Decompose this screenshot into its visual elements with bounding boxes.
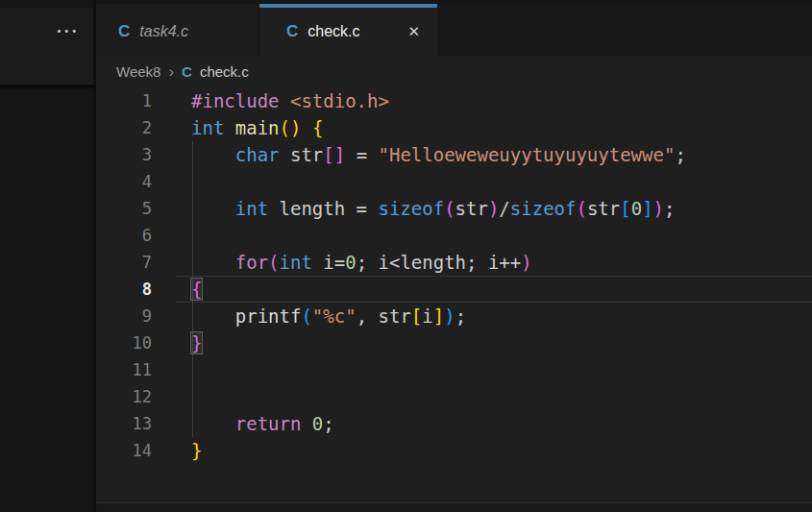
code-token: = (345, 144, 378, 165)
tab-bar: C task4.c C check.c ✕ (96, 4, 812, 56)
c-file-icon: C (118, 22, 130, 41)
code-token (301, 117, 311, 138)
code-line: 1#include <stdio.h> (96, 87, 812, 114)
code-token: return (235, 413, 302, 434)
code-token: ( (444, 198, 455, 219)
code-token: 0 (312, 413, 323, 434)
code-line-text[interactable] (152, 356, 191, 383)
tab-label: check.c (308, 23, 359, 40)
code-token (191, 144, 235, 165)
code-token: printf (235, 305, 302, 327)
code-token: 0 (631, 198, 642, 219)
code-token: ] (642, 198, 652, 219)
code-line: 10} (96, 329, 812, 356)
close-icon[interactable]: ✕ (404, 21, 424, 42)
code-line-text[interactable] (152, 383, 191, 410)
line-number[interactable]: 9 (96, 303, 152, 329)
code-line-text[interactable] (152, 168, 191, 195)
code-token: for (235, 252, 268, 273)
breadcrumb-folder[interactable]: Week8 (116, 63, 160, 80)
code-line-text[interactable]: char str[] = "Helloeweweuyytuyuyuytewwe"… (152, 141, 686, 168)
c-file-icon: C (286, 22, 298, 41)
code-token (224, 117, 234, 138)
code-line: 12 (96, 383, 812, 410)
code-token: i (422, 305, 432, 327)
c-file-icon: C (182, 63, 192, 80)
code-token: } (191, 332, 202, 354)
code-token: sizeof (510, 198, 577, 219)
code-line-text[interactable] (152, 222, 191, 249)
code-token: / (499, 198, 509, 219)
code-token: ; (323, 413, 333, 434)
line-number[interactable]: 12 (96, 383, 152, 410)
code-token: ; i<length; i++ (357, 252, 522, 273)
code-line-text[interactable]: } (152, 437, 202, 464)
code-token: ) (444, 305, 455, 327)
code-token (191, 413, 235, 434)
code-token: ( (301, 305, 311, 327)
code-token: str (455, 198, 488, 219)
code-token: "Helloeweweuyytuyuyuytewwe" (379, 144, 676, 165)
code-line: 5 int length = sizeof(str)/sizeof(str[0]… (96, 195, 812, 222)
code-token: main (235, 117, 280, 138)
code-token: ] (433, 305, 444, 327)
code-line: 8{ (96, 276, 812, 303)
code-line: 13 return 0; (96, 410, 812, 437)
code-lines: 1#include <stdio.h>2int main() {3 char s… (96, 87, 812, 464)
code-token: ; (455, 305, 466, 327)
line-number[interactable]: 7 (96, 249, 152, 276)
code-token: [ (620, 198, 630, 219)
editor-group: C task4.c C check.c ✕ Week8 › C check.c … (96, 0, 812, 512)
line-number[interactable]: 6 (96, 222, 152, 249)
breadcrumb-file[interactable]: check.c (200, 63, 249, 80)
code-token: [] (323, 144, 345, 165)
line-number[interactable]: 11 (96, 356, 152, 383)
line-number[interactable]: 14 (96, 437, 152, 464)
line-number[interactable]: 1 (96, 87, 152, 114)
code-line: 4 (96, 168, 812, 195)
line-number[interactable]: 10 (96, 329, 152, 356)
code-token: int (235, 198, 268, 219)
code-line-text[interactable]: { (152, 276, 202, 303)
tab-task4[interactable]: C task4.c (96, 4, 259, 56)
line-number[interactable]: 4 (96, 168, 152, 195)
left-panel-header: ••• (0, 8, 93, 88)
code-line-text[interactable]: } (152, 329, 202, 356)
code-token: [ (411, 305, 422, 327)
code-line-text[interactable]: int length = sizeof(str)/sizeof(str[0]); (152, 195, 676, 222)
code-line-text[interactable]: #include <stdio.h> (152, 87, 389, 114)
code-token: 0 (345, 252, 356, 273)
code-token: ) (521, 252, 531, 273)
code-token: char (235, 144, 280, 165)
code-line-text[interactable]: for(int i=0; i<length; i++) (152, 249, 532, 276)
code-token (301, 413, 311, 434)
code-token: int (191, 117, 224, 138)
breadcrumb: Week8 › C check.c (96, 56, 812, 86)
code-token: length = (268, 198, 378, 219)
line-number[interactable]: 13 (96, 410, 152, 437)
code-token (280, 90, 290, 111)
line-number[interactable]: 8 (96, 276, 152, 303)
tab-label: task4.c (139, 23, 188, 40)
line-number[interactable]: 2 (96, 114, 152, 141)
line-number[interactable]: 3 (96, 141, 152, 168)
code-token: } (191, 440, 202, 461)
line-number[interactable]: 5 (96, 195, 152, 222)
editor[interactable]: 1#include <stdio.h>2int main() {3 char s… (96, 86, 812, 502)
code-line: 3 char str[] = "Helloeweweuyytuyuyuyteww… (96, 141, 812, 168)
code-token (191, 305, 235, 327)
code-line-text[interactable]: printf("%c", str[i]); (152, 303, 466, 329)
code-line-text[interactable]: return 0; (152, 410, 334, 437)
code-line: 2int main() { (96, 114, 812, 141)
code-token (191, 198, 235, 219)
chevron-right-icon: › (168, 63, 174, 80)
code-token: ) (653, 198, 664, 219)
panel-edge (96, 502, 812, 512)
tab-check[interactable]: C check.c ✕ (259, 4, 437, 56)
code-token: "%c" (312, 305, 357, 327)
code-token: () (280, 117, 302, 138)
code-line-text[interactable]: int main() { (152, 114, 323, 141)
more-actions-icon[interactable]: ••• (57, 25, 80, 37)
code-token: #include (191, 90, 280, 111)
code-line: 9 printf("%c", str[i]); (96, 303, 812, 329)
